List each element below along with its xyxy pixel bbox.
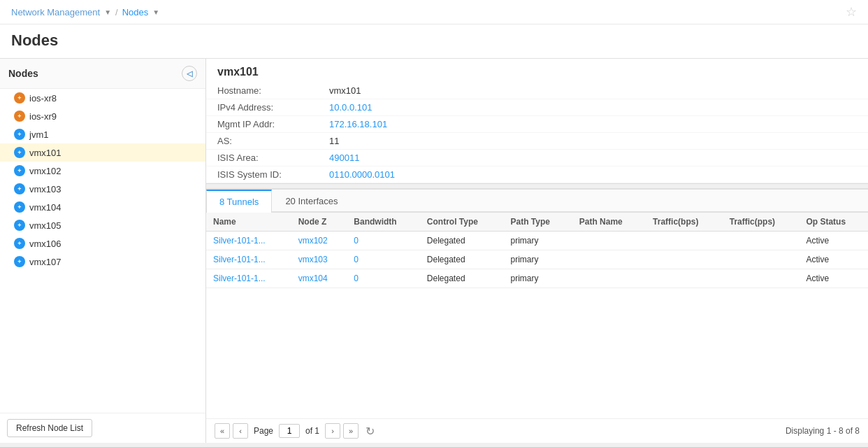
table-cell[interactable]: vmx102 (291, 232, 347, 250)
prop-value[interactable]: 0110.0000.0101 (318, 166, 868, 183)
table-cell: Active (799, 232, 868, 250)
table-cell: 0 (347, 250, 419, 269)
prop-value[interactable]: 10.0.0.101 (318, 99, 868, 116)
sidebar-item-jvm1[interactable]: +jvm1 (0, 125, 205, 143)
sidebar-item-label-vmx102: vmx102 (29, 166, 62, 176)
table-cell: Delegated (420, 250, 504, 269)
tab-tunnels[interactable]: 8 Tunnels (206, 190, 272, 213)
tabs-bar: 8 Tunnels20 Interfaces (206, 190, 868, 213)
page-of-label: of 1 (305, 426, 319, 436)
table-cell (723, 250, 800, 269)
detail-panel: vmx101 Hostname:vmx101IPv4 Address:10.0.… (206, 59, 868, 443)
breadcrumb-caret: ▼ (104, 8, 111, 16)
refresh-node-list-button[interactable]: Refresh Node List (7, 419, 92, 437)
sidebar-item-vmx107[interactable]: +vmx107 (0, 253, 205, 271)
pagination-next-button[interactable]: › (325, 423, 340, 439)
sidebar-item-vmx101[interactable]: +vmx101 (0, 143, 205, 162)
sidebar-item-label-vmx103: vmx103 (29, 184, 62, 194)
bottom-section: 8 Tunnels20 Interfaces NameNode ZBandwid… (206, 188, 868, 443)
prop-value: 11 (318, 133, 868, 150)
table-cell[interactable]: Silver-101-1... (206, 232, 291, 250)
pagination-prev-button[interactable]: ‹ (233, 423, 248, 439)
table-cell: Active (799, 250, 868, 269)
table-cell: primary (503, 269, 572, 288)
page-label: Page (254, 426, 273, 436)
sidebar-collapse-button[interactable]: ◁ (182, 66, 197, 81)
table-row: Silver-101-1...vmx1020DelegatedprimaryAc… (206, 232, 868, 250)
sidebar-item-vmx105[interactable]: +vmx105 (0, 216, 205, 234)
table-cell (646, 232, 723, 250)
table-header-op-status: Op Status (799, 213, 868, 232)
pagination-summary: Displaying 1 - 8 of 8 (786, 426, 860, 436)
sidebar-item-vmx102[interactable]: +vmx102 (0, 162, 205, 180)
table-cell (723, 269, 800, 288)
table-header-node-z: Node Z (291, 213, 347, 232)
table-row: Silver-101-1...vmx1030DelegatedprimaryAc… (206, 250, 868, 269)
table-cell (572, 269, 646, 288)
node-icon-vmx101: + (14, 147, 25, 158)
sidebar-item-label-ios-xr8: ios-xr8 (29, 93, 57, 104)
page-number-input[interactable] (279, 424, 300, 438)
table-cell: Delegated (420, 232, 504, 250)
prop-label: AS: (206, 133, 318, 150)
prop-label: Mgmt IP Addr: (206, 116, 318, 133)
favorite-star-icon[interactable]: ☆ (846, 4, 857, 20)
table-row: Silver-101-1...vmx1040DelegatedprimaryAc… (206, 269, 868, 288)
table-cell (646, 250, 723, 269)
table-cell: Delegated (420, 269, 504, 288)
sidebar: Nodes ◁ +ios-xr8+ios-xr9+jvm1+vmx101+vmx… (0, 59, 206, 443)
table-cell[interactable]: vmx104 (291, 269, 347, 288)
table-cell: Active (799, 269, 868, 288)
tab-interfaces[interactable]: 20 Interfaces (272, 190, 351, 213)
table-cell[interactable]: vmx103 (291, 250, 347, 269)
prop-label: Hostname: (206, 83, 318, 99)
breadcrumb-bar: Network Management ▼ / Nodes ▼ ☆ (0, 0, 868, 24)
node-icon-ios-xr8: + (14, 92, 25, 104)
breadcrumb-current-caret: ▼ (152, 8, 159, 16)
breadcrumb-current[interactable]: Nodes (122, 7, 149, 17)
sidebar-item-ios-xr9[interactable]: +ios-xr9 (0, 107, 205, 125)
table-cell[interactable]: Silver-101-1... (206, 250, 291, 269)
page-title: Nodes (0, 24, 868, 59)
node-icon-ios-xr9: + (14, 111, 25, 122)
sidebar-item-vmx103[interactable]: +vmx103 (0, 180, 205, 198)
table-header-traffic-bps-: Traffic(bps) (646, 213, 723, 232)
table-cell: 0 (347, 269, 419, 288)
table-header-traffic-pps-: Traffic(pps) (723, 213, 800, 232)
pagination-bar: « ‹ Page of 1 › » ↻ Displaying 1 - 8 of … (206, 418, 868, 443)
table-wrap[interactable]: NameNode ZBandwidthControl TypePath Type… (206, 213, 868, 418)
breadcrumb-parent[interactable]: Network Management (11, 7, 100, 17)
node-detail-top: vmx101 Hostname:vmx101IPv4 Address:10.0.… (206, 59, 868, 184)
table-cell[interactable]: Silver-101-1... (206, 269, 291, 288)
table-cell: 0 (347, 232, 419, 250)
sidebar-item-label-vmx107: vmx107 (29, 257, 62, 267)
node-icon-vmx103: + (14, 183, 25, 194)
prop-value[interactable]: 490011 (318, 150, 868, 166)
node-detail-title: vmx101 (206, 59, 868, 83)
tunnels-table: NameNode ZBandwidthControl TypePath Type… (206, 213, 868, 288)
sidebar-title: Nodes (8, 68, 38, 79)
table-header-bandwidth: Bandwidth (347, 213, 419, 232)
sidebar-item-ios-xr8[interactable]: +ios-xr8 (0, 89, 205, 107)
pagination-last-button[interactable]: » (343, 423, 359, 439)
node-properties-table: Hostname:vmx101IPv4 Address:10.0.0.101Mg… (206, 83, 868, 183)
prop-value[interactable]: 172.16.18.101 (318, 116, 868, 133)
sidebar-item-vmx104[interactable]: +vmx104 (0, 198, 205, 216)
table-header-name: Name (206, 213, 291, 232)
pagination-refresh-icon[interactable]: ↻ (366, 425, 375, 438)
table-header-path-name: Path Name (572, 213, 646, 232)
table-cell (572, 250, 646, 269)
sidebar-list: +ios-xr8+ios-xr9+jvm1+vmx101+vmx102+vmx1… (0, 89, 205, 413)
sidebar-item-label-vmx106: vmx106 (29, 239, 62, 249)
sidebar-item-label-vmx101: vmx101 (29, 148, 62, 158)
sidebar-item-label-vmx104: vmx104 (29, 202, 62, 213)
node-icon-vmx106: + (14, 238, 25, 249)
pagination-controls: « ‹ Page of 1 › » ↻ (215, 423, 375, 439)
table-cell (723, 232, 800, 250)
pagination-first-button[interactable]: « (215, 423, 230, 439)
sidebar-item-vmx106[interactable]: +vmx106 (0, 234, 205, 253)
node-icon-vmx102: + (14, 165, 25, 176)
node-icon-vmx104: + (14, 201, 25, 213)
prop-label: ISIS Area: (206, 150, 318, 166)
node-icon-jvm1: + (14, 129, 25, 140)
